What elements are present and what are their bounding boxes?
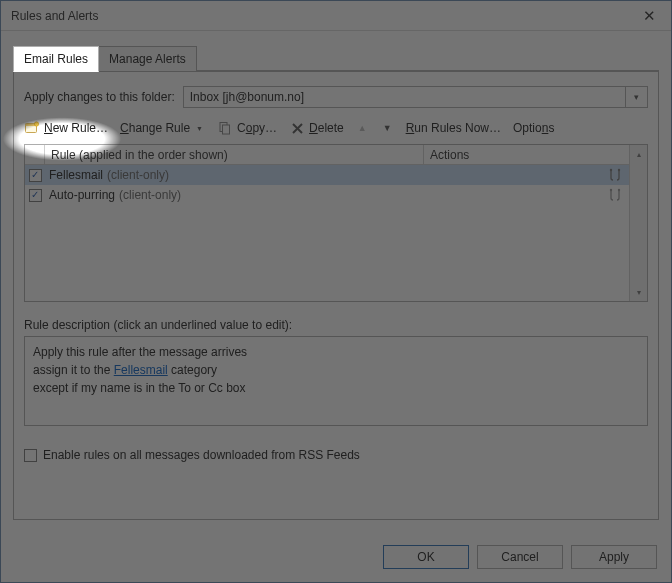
rss-row: ✓ Enable rules on all messages downloade… [24,448,648,462]
rule-description-box: Apply this rule after the message arrive… [24,336,648,426]
folder-row: Apply changes to this folder: Inbox [jh@… [24,86,648,108]
svg-point-9 [610,189,612,191]
delete-button[interactable]: Delete [289,120,344,136]
options-button[interactable]: Options [513,121,554,135]
ok-button[interactable]: OK [383,545,469,569]
rule-suffix: (client-only) [119,188,181,202]
window-title: Rules and Alerts [11,9,98,23]
svg-point-2 [34,122,38,126]
rule-description-label: Rule description (click an underlined va… [24,318,648,332]
rules-grid-header: Rule (applied in the order shown) Action… [25,145,629,165]
rule-action-icons [607,188,623,202]
dialog-body: Email Rules Manage Alerts Apply changes … [1,31,671,532]
folder-label: Apply changes to this folder: [24,90,175,104]
rule-name: Fellesmail [49,168,103,182]
col-rule[interactable]: Rule (applied in the order shown) [45,145,424,164]
rules-grid-scrollbar[interactable]: ▴ ▾ [629,145,647,301]
scroll-up-icon[interactable]: ▴ [630,145,647,163]
category-link[interactable]: Fellesmail [114,363,168,377]
rss-label: Enable rules on all messages downloaded … [43,448,360,462]
rule-desc-line: except if my name is in the To or Cc box [33,379,639,397]
tab-email-rules[interactable]: Email Rules [13,46,99,72]
close-button[interactable]: ✕ [627,1,671,31]
rule-desc-line: Apply this rule after the message arrive… [33,343,639,361]
rules-toolbar: New Rule… Change Rule ▼ Copy… Delete [24,118,648,144]
arrow-down-icon: ▼ [381,123,394,133]
rule-row[interactable]: ✓ Fellesmail (client-only) [25,165,629,185]
tab-label: Email Rules [24,52,88,66]
delete-label: Delete [309,121,344,135]
rules-grid: Rule (applied in the order shown) Action… [24,144,648,302]
move-down-button[interactable]: ▼ [381,123,394,133]
run-rules-label: Run Rules Now… [406,121,501,135]
svg-rect-4 [223,125,230,134]
folder-dropdown[interactable]: Inbox [jh@bonum.no] ▾ [183,86,648,108]
chevron-down-icon: ▾ [625,87,647,107]
title-bar: Rules and Alerts ✕ [1,1,671,31]
change-rule-button[interactable]: Change Rule ▼ [120,121,205,135]
rule-action-icons [607,168,623,182]
change-rule-label: Change Rule [120,121,190,135]
rule-name-cell: Auto-purring (client-only) [45,188,424,202]
tab-underline [196,70,659,71]
copy-button[interactable]: Copy… [217,120,277,136]
folder-value: Inbox [jh@bonum.no] [190,90,304,104]
copy-icon [217,120,233,136]
options-label: Options [513,121,554,135]
rules-grid-main: Rule (applied in the order shown) Action… [25,145,629,301]
rss-checkbox[interactable]: ✓ [24,449,37,462]
svg-point-8 [618,169,620,171]
svg-point-7 [610,169,612,171]
rule-actions-cell [424,188,629,202]
rule-name-cell: Fellesmail (client-only) [45,168,424,182]
col-actions[interactable]: Actions [424,145,629,164]
delete-icon [289,120,305,136]
tab-strip: Email Rules Manage Alerts [13,45,659,71]
new-rule-button[interactable]: New Rule… [24,120,108,136]
arrow-up-icon: ▲ [356,123,369,133]
rule-row[interactable]: ✓ Auto-purring (client-only) [25,185,629,205]
chevron-down-icon: ▼ [194,125,205,132]
rule-desc-line: assign it to the Fellesmail category [33,361,639,379]
tab-label: Manage Alerts [109,52,186,66]
rule-actions-cell [424,168,629,182]
rule-enabled-checkbox[interactable]: ✓ [25,169,45,182]
dialog-footer: OK Cancel Apply [1,532,671,582]
move-up-button[interactable]: ▲ [356,123,369,133]
rule-suffix: (client-only) [107,168,169,182]
run-rules-now-button[interactable]: Run Rules Now… [406,121,501,135]
new-rule-label: New Rule… [44,121,108,135]
apply-button[interactable]: Apply [571,545,657,569]
col-checkbox[interactable] [25,145,45,164]
tab-manage-alerts[interactable]: Manage Alerts [98,46,197,72]
email-rules-panel: Apply changes to this folder: Inbox [jh@… [13,71,659,520]
cancel-button[interactable]: Cancel [477,545,563,569]
rule-name: Auto-purring [49,188,115,202]
close-icon: ✕ [643,7,656,25]
rule-enabled-checkbox[interactable]: ✓ [25,189,45,202]
copy-label: Copy… [237,121,277,135]
scroll-down-icon[interactable]: ▾ [630,283,647,301]
svg-point-10 [618,189,620,191]
rules-grid-body: ✓ Fellesmail (client-only) [25,165,629,301]
rules-and-alerts-dialog: Rules and Alerts ✕ Email Rules Manage Al… [0,0,672,583]
new-rule-icon [24,120,40,136]
